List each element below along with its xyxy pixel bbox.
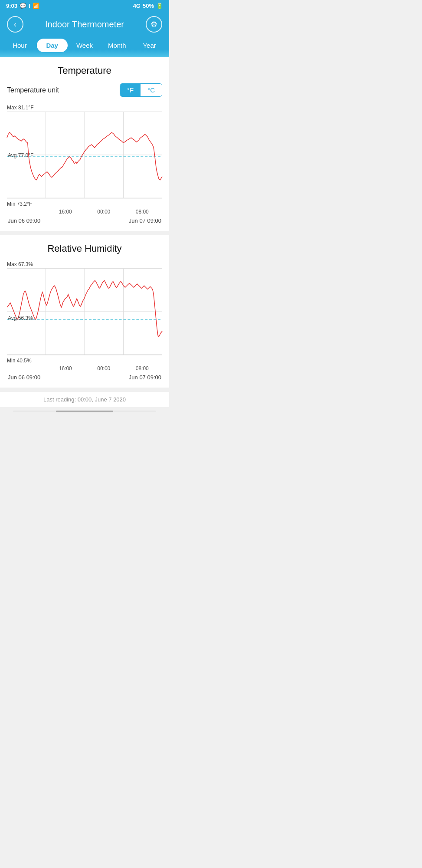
status-left: 9:03 💬 f 📶: [6, 3, 39, 9]
footer-text: Last reading: 00:00, June 7 2020: [43, 396, 126, 403]
temp-x-2: 16:00: [46, 209, 85, 215]
temperature-card: Temperature Temperature unit °F °C Max 8…: [0, 57, 169, 231]
unit-c-button[interactable]: °C: [141, 84, 162, 96]
temp-x-axis: 16:00 00:00 08:00: [7, 209, 162, 215]
tab-hour[interactable]: Hour: [4, 39, 35, 52]
hum-chart-wrap: Avg 56.3%: [7, 268, 162, 357]
temperature-chart: Max 81.1°F Av: [7, 105, 162, 224]
hum-x-1: [8, 365, 46, 372]
footer: Last reading: 00:00, June 7 2020: [0, 392, 169, 407]
gear-icon: ⚙: [150, 20, 157, 29]
tab-week[interactable]: Week: [69, 39, 100, 52]
temp-avg-label: Avg 77.0°F: [8, 152, 33, 158]
humidity-chart: Max 67.3% Avg 56.3%: [7, 261, 162, 381]
temp-max-label: Max 81.1°F: [7, 105, 162, 111]
page-title: Indoor Thermometer: [45, 20, 124, 30]
status-bar: 9:03 💬 f 📶 4G 50% 🔋: [0, 0, 169, 12]
temp-x-4: 08:00: [123, 209, 162, 215]
unit-toggle[interactable]: °F °C: [120, 83, 162, 97]
hum-min-label: Min 40.5%: [7, 358, 162, 364]
tab-year[interactable]: Year: [134, 39, 165, 52]
temp-date-range: Jun 06 09:00 Jun 07 09:00: [7, 217, 162, 224]
scrollbar-thumb[interactable]: [56, 411, 113, 412]
temp-chart-wrap: Avg 77.0°F: [7, 112, 162, 200]
temp-x-3: 00:00: [85, 209, 123, 215]
unit-f-button[interactable]: °F: [120, 84, 141, 96]
humidity-card: Relative Humidity Max 67.3%: [0, 235, 169, 388]
back-button[interactable]: ‹: [7, 16, 23, 33]
hum-date-end: Jun 07 09:00: [129, 374, 161, 381]
battery-icon: 🔋: [156, 3, 163, 9]
temp-date-start: Jun 06 09:00: [8, 217, 40, 224]
hum-x-axis: 16:00 00:00 08:00: [7, 365, 162, 372]
wifi-icon: 📶: [33, 3, 39, 9]
signal-icon: 4G: [133, 3, 141, 9]
tab-bar: Hour Day Week Month Year: [0, 39, 169, 57]
hum-date-start: Jun 06 09:00: [8, 374, 40, 381]
tab-day[interactable]: Day: [37, 39, 68, 52]
message-icon: 💬: [20, 3, 26, 9]
content-area: Temperature Temperature unit °F °C Max 8…: [0, 57, 169, 412]
unit-label-text: Temperature unit: [7, 86, 59, 94]
humidity-title: Relative Humidity: [7, 243, 162, 254]
settings-button[interactable]: ⚙: [146, 16, 162, 33]
tab-month[interactable]: Month: [101, 39, 132, 52]
header: ‹ Indoor Thermometer ⚙: [0, 12, 169, 39]
battery-text: 50%: [143, 3, 154, 9]
temp-min-label: Min 73.2°F: [7, 201, 162, 207]
temp-x-1: [8, 209, 46, 215]
status-time: 9:03: [6, 3, 17, 9]
hum-max-label: Max 67.3%: [7, 261, 162, 267]
facebook-icon: f: [29, 3, 30, 9]
hum-x-3: 00:00: [85, 365, 123, 372]
hum-x-2: 16:00: [46, 365, 85, 372]
back-icon: ‹: [14, 20, 16, 29]
hum-date-range: Jun 06 09:00 Jun 07 09:00: [7, 374, 162, 381]
hum-avg-label: Avg 56.3%: [8, 315, 33, 321]
status-right: 4G 50% 🔋: [133, 3, 163, 9]
temperature-title: Temperature: [7, 65, 162, 76]
temp-date-end: Jun 07 09:00: [129, 217, 161, 224]
scrollbar-area[interactable]: [13, 411, 156, 412]
humidity-svg: [7, 268, 162, 355]
unit-row: Temperature unit °F °C: [7, 83, 162, 97]
hum-x-4: 08:00: [123, 365, 162, 372]
